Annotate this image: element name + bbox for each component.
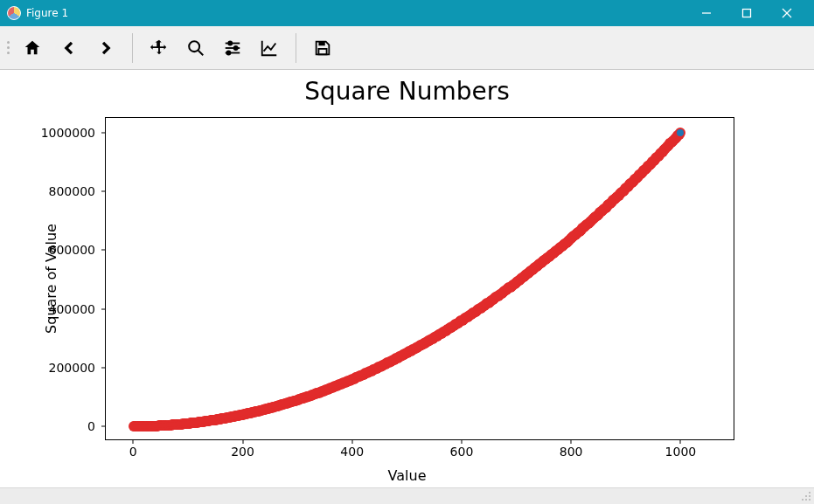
move-icon xyxy=(150,38,169,58)
x-tick-label: 400 xyxy=(340,445,364,459)
svg-rect-16 xyxy=(805,495,807,497)
svg-line-5 xyxy=(198,50,204,55)
toolbar xyxy=(0,26,814,70)
chart-title: Square Numbers xyxy=(0,77,814,106)
y-tick-mark xyxy=(101,191,106,192)
window-titlebar: Figure 1 xyxy=(0,0,814,26)
arrow-right-icon xyxy=(96,38,115,58)
y-tick-label: 800000 xyxy=(49,184,95,198)
svg-rect-19 xyxy=(802,499,804,501)
x-tick-mark xyxy=(242,439,243,444)
home-button[interactable] xyxy=(15,31,50,66)
forward-button[interactable] xyxy=(88,31,123,66)
highlight-point xyxy=(677,129,684,136)
y-tick-mark xyxy=(101,426,106,427)
y-tick-mark xyxy=(101,250,106,251)
x-tick-mark xyxy=(133,439,134,444)
svg-rect-18 xyxy=(805,499,807,501)
x-tick-mark xyxy=(571,439,572,444)
figure-canvas[interactable]: Square Numbers Square of Value Value 020… xyxy=(0,70,814,487)
y-tick-label: 400000 xyxy=(49,302,95,316)
save-icon xyxy=(313,38,332,58)
y-tick-label: 0 xyxy=(87,419,95,433)
y-tick-mark xyxy=(101,308,106,309)
x-tick-mark xyxy=(680,439,681,444)
toolbar-divider xyxy=(296,33,296,63)
window-title: Figure 1 xyxy=(26,7,68,19)
svg-rect-13 xyxy=(318,48,326,53)
pan-button[interactable] xyxy=(142,31,177,66)
x-tick-label: 200 xyxy=(231,445,254,459)
svg-point-11 xyxy=(226,51,230,54)
window-minimize-button[interactable] xyxy=(686,0,727,26)
x-tick-label: 0 xyxy=(129,445,137,459)
chart-line-icon xyxy=(260,38,279,58)
resize-grip[interactable] xyxy=(802,492,812,502)
sliders-icon xyxy=(223,38,242,58)
svg-rect-17 xyxy=(809,499,811,501)
home-icon xyxy=(23,38,42,58)
zoom-icon xyxy=(186,38,205,58)
y-tick-mark xyxy=(101,367,106,368)
x-tick-label: 1000 xyxy=(665,445,697,459)
plot-area: 0200400600800100002000004000006000008000… xyxy=(105,117,734,440)
window-maximize-button[interactable] xyxy=(727,0,767,26)
x-tick-label: 800 xyxy=(560,445,583,459)
svg-point-7 xyxy=(228,41,232,45)
x-axis-label: Value xyxy=(0,467,814,484)
x-tick-mark xyxy=(461,439,462,444)
x-tick-label: 600 xyxy=(450,445,474,459)
configure-subplots-button[interactable] xyxy=(215,31,250,66)
toolbar-divider xyxy=(132,33,133,63)
y-axis-label: Square of Value xyxy=(43,224,59,334)
zoom-button[interactable] xyxy=(178,31,213,66)
toolbar-grip xyxy=(5,41,13,54)
y-tick-mark xyxy=(101,132,106,133)
app-icon xyxy=(7,6,21,20)
edit-axis-button[interactable] xyxy=(252,31,287,66)
y-tick-label: 600000 xyxy=(49,243,95,257)
svg-rect-1 xyxy=(743,10,751,17)
svg-rect-15 xyxy=(809,495,811,497)
status-bar xyxy=(0,487,814,504)
arrow-left-icon xyxy=(59,38,79,58)
svg-point-9 xyxy=(234,45,238,49)
window-close-button[interactable] xyxy=(767,0,807,26)
y-tick-label: 200000 xyxy=(49,361,95,375)
svg-rect-14 xyxy=(809,492,811,494)
save-button[interactable] xyxy=(305,31,340,66)
x-tick-mark xyxy=(351,439,352,444)
back-button[interactable] xyxy=(52,31,87,66)
y-tick-label: 1000000 xyxy=(41,126,95,140)
svg-point-4 xyxy=(189,41,199,52)
svg-rect-12 xyxy=(318,41,324,45)
